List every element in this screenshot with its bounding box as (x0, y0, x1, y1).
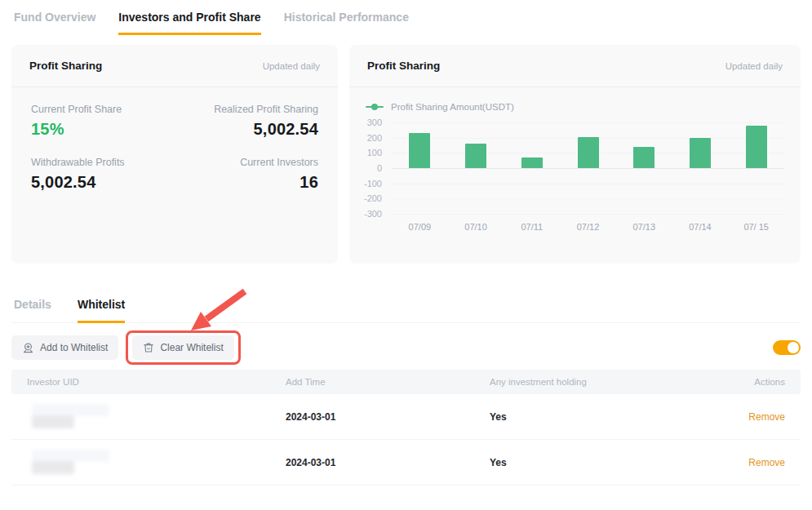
legend-line-dot-icon (366, 106, 384, 108)
chart-ytick-label: 0 (377, 163, 382, 173)
stat-realized-profit-sharing: Realized Profit Sharing 5,002.54 (175, 104, 318, 139)
chart-bar-slot (560, 122, 616, 214)
stat-label: Current Profit Share (31, 104, 175, 115)
chart-bar (409, 133, 430, 168)
chart-xtick-label: 07/09 (392, 222, 448, 232)
chart-xtick-label: 07/12 (560, 222, 616, 232)
tab-historical-performance[interactable]: Historical Performance (284, 11, 409, 35)
chart-gridline (392, 214, 784, 215)
chart-card-title: Profit Sharing (367, 60, 440, 72)
detail-tab-bar: Details Whitelist (11, 298, 801, 323)
table-header-row: Investor UID Add Time Any investment hol… (11, 370, 801, 394)
chart-ytick-label: -200 (364, 193, 382, 203)
redacted-uid (27, 450, 117, 476)
annotation-highlight-box: Clear Whitelist (126, 330, 240, 365)
redacted-uid (27, 404, 117, 430)
add-time-cell: 2024-03-01 (286, 411, 490, 423)
chart-xtick-label: 07/10 (448, 222, 504, 232)
stat-value: 5,002.54 (31, 173, 175, 192)
add-circle-icon (22, 342, 34, 354)
remove-link[interactable]: Remove (734, 411, 785, 423)
stats-card-updated-label: Updated daily (263, 61, 320, 71)
stats-grid: Current Profit Share 15% Realized Profit… (11, 87, 338, 192)
whitelist-toggle[interactable] (773, 340, 801, 355)
profit-sharing-stats-card: Profit Sharing Updated daily Current Pro… (11, 45, 338, 264)
column-header-holding: Any investment holding (490, 377, 734, 387)
investor-uid-cell (27, 450, 286, 476)
chart-bars (392, 122, 784, 214)
chart-ytick-label: -300 (364, 209, 382, 219)
profit-sharing-chart-card: Profit Sharing Updated daily Profit Shar… (349, 45, 801, 264)
investor-uid-cell (27, 404, 286, 430)
chart-bar (633, 147, 654, 168)
holding-cell: Yes (490, 411, 734, 423)
profit-sharing-chart: Profit Sharing Amount(USDT) 3002001000-1… (349, 101, 801, 232)
stat-value: 15% (31, 120, 175, 139)
tab-fund-overview[interactable]: Fund Overview (14, 11, 95, 35)
remove-link[interactable]: Remove (734, 457, 785, 468)
add-time-cell: 2024-03-01 (286, 457, 490, 468)
chart-bar-slot (448, 122, 504, 214)
chart-body: 3002001000-100-200-300 (366, 122, 784, 214)
chart-x-axis: 07/0907/1007/1107/1207/1307/1407/ 15 (392, 222, 784, 232)
page: Fund Overview Investors and Profit Share… (0, 0, 812, 510)
chart-bar (746, 126, 767, 168)
chart-ytick-label: 100 (367, 148, 382, 157)
summary-cards-row: Profit Sharing Updated daily Current Pro… (11, 45, 801, 264)
stat-label: Withdrawable Profits (31, 157, 175, 168)
chart-bar (690, 138, 711, 168)
chart-bar (465, 144, 486, 168)
stats-card-title: Profit Sharing (29, 60, 102, 72)
chart-xtick-label: 07/ 15 (728, 222, 784, 232)
stat-value: 16 (175, 173, 318, 192)
stat-label: Realized Profit Sharing (175, 104, 318, 115)
column-header-actions: Actions (734, 377, 785, 387)
chart-bar (578, 137, 599, 168)
chart-bar (521, 157, 543, 168)
stat-current-investors: Current Investors 16 (175, 157, 318, 192)
chart-bar-slot (728, 122, 784, 214)
stat-value: 5,002.54 (175, 120, 318, 139)
table-row: 2024-03-01 Yes Remove (11, 440, 801, 486)
tab-details[interactable]: Details (14, 298, 51, 323)
chart-ytick-label: -100 (364, 179, 382, 188)
chart-ytick-label: 300 (367, 118, 382, 127)
trash-icon (143, 342, 154, 353)
chart-xtick-label: 07/14 (672, 222, 729, 232)
chart-legend: Profit Sharing Amount(USDT) (366, 101, 784, 113)
chart-card-header: Profit Sharing Updated daily (349, 45, 801, 87)
chart-bar-slot (616, 122, 672, 214)
chart-ytick-label: 200 (367, 133, 382, 143)
stat-current-profit-share: Current Profit Share 15% (31, 104, 175, 139)
stat-label: Current Investors (175, 157, 318, 168)
chart-bar-slot (392, 122, 448, 214)
whitelist-toolbar: Add to Whitelist Clear Whitelist (11, 332, 801, 363)
whitelist-table: Investor UID Add Time Any investment hol… (11, 370, 801, 486)
chart-plot (392, 122, 784, 214)
add-to-whitelist-button[interactable]: Add to Whitelist (11, 335, 118, 360)
holding-cell: Yes (490, 457, 734, 468)
add-to-whitelist-label: Add to Whitelist (40, 342, 108, 353)
chart-y-axis: 3002001000-100-200-300 (366, 122, 392, 214)
chart-bar-slot (672, 122, 729, 214)
chart-bar-slot (504, 122, 560, 214)
chart-xtick-label: 07/13 (616, 222, 672, 232)
chart-xtick-label: 07/11 (504, 222, 560, 232)
chart-card-updated-label: Updated daily (725, 61, 783, 71)
table-row: 2024-03-01 Yes Remove (11, 394, 801, 440)
column-header-investor-uid: Investor UID (27, 377, 286, 387)
tab-investors-profit-share[interactable]: Investors and Profit Share (118, 11, 260, 35)
clear-whitelist-label: Clear Whitelist (160, 342, 223, 353)
toggle-knob (788, 342, 799, 353)
clear-whitelist-button[interactable]: Clear Whitelist (132, 335, 233, 360)
legend-label: Profit Sharing Amount(USDT) (391, 102, 514, 112)
stats-card-header: Profit Sharing Updated daily (11, 45, 338, 87)
top-tab-bar: Fund Overview Investors and Profit Share… (0, 0, 812, 35)
tab-whitelist[interactable]: Whitelist (78, 298, 125, 323)
column-header-add-time: Add Time (286, 377, 490, 387)
stat-withdrawable-profits: Withdrawable Profits 5,002.54 (31, 157, 175, 192)
